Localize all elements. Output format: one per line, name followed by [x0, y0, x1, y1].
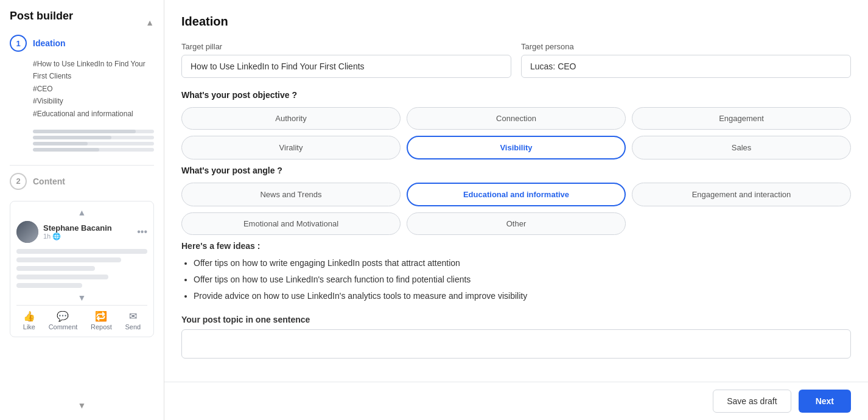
profile-info: Stephane Bacanin 1h 🌐 — [43, 223, 132, 240]
progress-bars — [33, 130, 154, 154]
angle-news[interactable]: News and Trends — [181, 183, 401, 206]
angle-question: What's your post angle ? — [181, 166, 851, 175]
step-2-circle: 2 — [10, 173, 27, 190]
objective-virality[interactable]: Virality — [181, 136, 401, 159]
save-draft-button[interactable]: Save as draft — [713, 390, 791, 413]
topic-label: Your post topic in one sentence — [181, 315, 851, 324]
objective-section: What's your post objective ? Authority C… — [181, 90, 851, 159]
like-label: Like — [23, 323, 35, 331]
more-options-icon[interactable]: ••• — [137, 226, 147, 237]
card-scroll-up[interactable]: ▲ — [16, 208, 147, 217]
repost-icon: 🔁 — [95, 310, 107, 322]
ideas-list: Offer tips on how to write engaging Link… — [181, 257, 851, 303]
step-2-label: Content — [33, 177, 65, 186]
profile-name: Stephane Bacanin — [43, 223, 132, 233]
objective-connection[interactable]: Connection — [407, 107, 626, 130]
step-1-item[interactable]: 1 Ideation — [10, 35, 154, 52]
target-persona-input[interactable] — [521, 55, 851, 78]
comment-label: Comment — [49, 323, 78, 331]
idea-3: Provide advice on how to use LinkedIn's … — [194, 290, 851, 303]
comment-action[interactable]: 💬 Comment — [49, 310, 78, 331]
avatar-image — [16, 221, 38, 243]
repost-label: Repost — [91, 323, 112, 331]
target-row: Target pillar Target persona — [181, 42, 851, 78]
angle-engagement[interactable]: Engagement and interaction — [632, 183, 851, 206]
objective-authority[interactable]: Authority — [181, 107, 401, 130]
angle-section: What's your post angle ? News and Trends… — [181, 166, 851, 235]
topic-section: Your post topic in one sentence — [181, 315, 851, 359]
profile-card: ▲ Stephane Bacanin 1h 🌐 ••• ▼ — [10, 201, 154, 337]
step-1-label: Ideation — [33, 38, 66, 48]
scroll-up-icon[interactable]: ▲ — [145, 18, 154, 27]
next-button[interactable]: Next — [799, 390, 851, 413]
like-action[interactable]: 👍 Like — [23, 310, 35, 331]
angle-options: News and Trends Educational and informat… — [181, 183, 851, 206]
sidebar-title: Post builder — [10, 10, 73, 23]
target-pillar-label: Target pillar — [181, 42, 511, 51]
sidebar: Post builder ▲ 1 Ideation #How to Use Li… — [0, 0, 164, 420]
objective-question: What's your post objective ? — [181, 90, 851, 100]
sidebar-scroll-down-icon[interactable]: ▼ — [78, 401, 86, 410]
comment-icon: 💬 — [57, 310, 69, 322]
content-preview — [16, 249, 147, 288]
like-icon: 👍 — [23, 310, 35, 322]
target-pillar-group: Target pillar — [181, 42, 511, 78]
avatar — [16, 221, 38, 243]
step-1-circle: 1 — [10, 35, 27, 52]
repost-action[interactable]: 🔁 Repost — [91, 310, 112, 331]
footer: Save as draft Next — [164, 382, 868, 420]
step-2-item[interactable]: 2 Content — [10, 173, 154, 190]
idea-2: Offer tips on how to use LinkedIn's sear… — [194, 273, 851, 286]
send-action[interactable]: ✉ Send — [125, 310, 141, 331]
hashtags: #How to Use LinkedIn to Find Your First … — [33, 58, 154, 120]
send-icon: ✉ — [129, 310, 137, 322]
ideas-title: Here's a few ideas : — [181, 241, 851, 251]
profile-header: Stephane Bacanin 1h 🌐 ••• — [16, 221, 147, 243]
angle-other[interactable]: Other — [407, 212, 626, 235]
angle-educational[interactable]: Educational and informative — [407, 183, 626, 206]
profile-time: 1h 🌐 — [43, 233, 132, 240]
target-persona-label: Target persona — [521, 42, 851, 51]
send-label: Send — [125, 323, 141, 331]
target-persona-group: Target persona — [521, 42, 851, 78]
objective-engagement[interactable]: Engagement — [632, 107, 851, 130]
card-scroll-down[interactable]: ▼ — [16, 293, 147, 303]
page-title: Ideation — [181, 15, 851, 29]
angle-options-row2: Emotional and Motivational Other — [181, 212, 851, 235]
idea-1: Offer tips on how to write engaging Link… — [194, 257, 851, 270]
post-actions: 👍 Like 💬 Comment 🔁 Repost ✉ Send — [16, 305, 147, 331]
objective-visibility[interactable]: Visibility — [407, 136, 626, 159]
target-pillar-input[interactable] — [181, 55, 511, 78]
ideas-section: Here's a few ideas : Offer tips on how t… — [181, 241, 851, 303]
topic-input[interactable] — [181, 329, 851, 359]
angle-emotional[interactable]: Emotional and Motivational — [181, 212, 401, 235]
objective-sales[interactable]: Sales — [632, 136, 851, 159]
globe-icon: 🌐 — [52, 233, 61, 240]
main-content: Ideation Target pillar Target persona Wh… — [164, 0, 868, 420]
objective-options: Authority Connection Engagement Virality… — [181, 107, 851, 159]
